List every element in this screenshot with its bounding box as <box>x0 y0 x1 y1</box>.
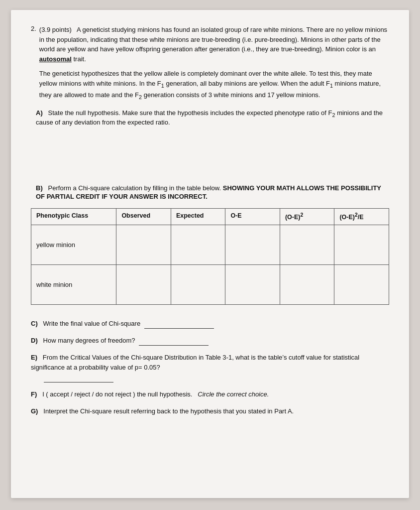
yellow-o-e-squared <box>280 225 334 264</box>
sub-a-text: State the null hypothesis. Make sure tha… <box>48 109 332 117</box>
sub-d-label: D) <box>31 337 38 344</box>
answer-line-c <box>144 321 214 329</box>
question-header: 2. (3.9 points) A geneticist studying mi… <box>31 25 389 101</box>
question-number: 2. <box>31 25 36 101</box>
sub-b-intro: B) Perform a Chi-square calculation by f… <box>36 183 389 201</box>
sub-g-text: Interpret the Chi-square result referrin… <box>43 407 294 415</box>
col-header-observed: Observed <box>116 209 171 225</box>
yellow-minion-label: yellow minion <box>31 225 116 264</box>
points-label: (3.9 points) <box>39 26 72 33</box>
bottom-questions: C) Write the final value of Chi-square D… <box>31 319 389 417</box>
answer-line-d <box>139 338 209 346</box>
col-header-o-e-squared-over-e: (O-E)2/E <box>334 209 389 225</box>
col-header-o-e-squared: (O-E)2 <box>280 209 334 225</box>
yellow-o-e <box>225 225 280 264</box>
sub-g-label: G) <box>31 407 38 415</box>
sub-a-label: A) <box>36 109 43 117</box>
sub-question-e: E) From the Critical Values of the Chi-s… <box>31 353 389 382</box>
sub-d-text: How many degrees of freedom? <box>43 337 135 344</box>
white-o-e <box>225 264 280 304</box>
col-header-o-e: O-E <box>225 209 280 225</box>
question-body: (3.9 points) A geneticist studying minio… <box>39 25 389 101</box>
question-intro-p2: The geneticist hypothesizes that the yel… <box>39 69 389 101</box>
answer-line-e <box>44 375 113 382</box>
sub-question-b: B) Perform a Chi-square calculation by f… <box>31 183 389 305</box>
white-o-e-squared-over-e <box>334 264 389 304</box>
answer-space-a <box>36 128 389 172</box>
table-row-yellow: yellow minion <box>31 225 389 264</box>
white-expected <box>171 264 225 304</box>
sub-question-c: C) Write the final value of Chi-square <box>31 319 389 329</box>
autosomal-word: autosomal <box>39 55 72 63</box>
yellow-o-e-squared-over-e <box>334 225 389 264</box>
sub-e-label: E) <box>31 354 37 361</box>
table-row-white: white minion <box>31 264 389 304</box>
sub-b-text-normal: Perform a Chi-square calculation by fill… <box>48 184 223 192</box>
chi-square-table: Phenotypic Class Observed Expected O-E (… <box>31 208 389 304</box>
sub-f-label: F) <box>31 390 37 398</box>
col-header-phenotypic-class: Phenotypic Class <box>31 209 116 225</box>
yellow-observed <box>116 225 171 264</box>
exam-page: 2. (3.9 points) A geneticist studying mi… <box>11 10 409 498</box>
sub-c-label: C) <box>31 320 38 327</box>
table-header-row: Phenotypic Class Observed Expected O-E (… <box>31 209 389 225</box>
intro-text-p1: A geneticist studying minions has found … <box>39 26 387 53</box>
chi-square-table-wrapper: Phenotypic Class Observed Expected O-E (… <box>31 208 389 304</box>
yellow-expected <box>171 225 225 264</box>
question-intro-p1: (3.9 points) A geneticist studying minio… <box>39 25 389 64</box>
sub-question-g: G) Interpret the Chi-square result refer… <box>31 406 389 416</box>
white-minion-label: white minion <box>31 264 116 304</box>
sub-question-f: F) I ( accept / reject / do not reject )… <box>31 389 389 399</box>
sub-b-label: B) <box>36 184 43 192</box>
sub-f-text: I ( accept / reject / do not reject ) th… <box>42 390 192 398</box>
col-header-expected: Expected <box>171 209 225 225</box>
sub-question-d: D) How many degrees of freedom? <box>31 336 389 346</box>
answer-line-e-wrapper <box>42 374 113 381</box>
sub-c-text: Write the final value of Chi-square <box>43 320 141 327</box>
intro-text-p1-end: trait. <box>72 55 86 63</box>
white-o-e-squared <box>280 264 334 304</box>
white-observed <box>116 264 171 304</box>
sub-question-a: A) State the null hypothesis. Make sure … <box>36 108 389 172</box>
intro-p2b-text: generation, all baby minions are yellow.… <box>164 80 330 87</box>
sub-f-italic-note: Circle the correct choice. <box>198 390 269 398</box>
intro-p2d-text: generation consists of 3 white minions a… <box>142 91 320 99</box>
sub-e-text: From the Critical Values of the Chi-squa… <box>31 354 359 371</box>
